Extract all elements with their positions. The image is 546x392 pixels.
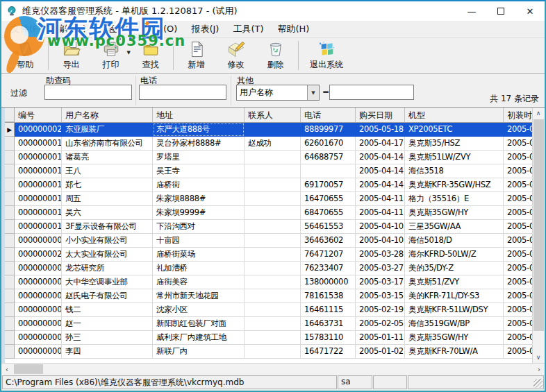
cell[interactable]: 奥克斯KFR-70LW/A: [405, 345, 504, 359]
col-header-model[interactable]: 机型: [405, 108, 504, 122]
row-marker[interactable]: [5, 317, 15, 331]
row-marker[interactable]: [5, 178, 15, 192]
cell[interactable]: XP2005ETC: [405, 123, 504, 137]
col-header-address[interactable]: 地址: [153, 108, 245, 122]
cell[interactable]: 2005-02-19: [356, 303, 405, 317]
other-value-input[interactable]: [329, 85, 414, 100]
cell[interactable]: 16463731: [301, 317, 356, 331]
cell[interactable]: 格力（35516）E: [405, 192, 504, 206]
cell[interactable]: 2005-04-17: [356, 137, 405, 151]
menu-report[interactable]: 报表(J): [184, 21, 226, 37]
cell[interactable]: 朱家坝8888#: [153, 192, 245, 206]
cell[interactable]: 东亚服装厂: [62, 123, 153, 137]
maximize-button[interactable]: [486, 1, 515, 21]
table-row[interactable]: 0000000011周五朱家坝8888#164706552005-04-11格力…: [5, 192, 532, 206]
cell[interactable]: 海信3518: [405, 164, 504, 178]
cell[interactable]: [245, 192, 301, 206]
col-header-purchase-date[interactable]: 购买日期: [356, 108, 405, 122]
table-row[interactable]: 0000000013吴六朱家坝9999#684706552005-04-11奥克…: [5, 206, 532, 220]
cell[interactable]: 2005-02-: [504, 303, 532, 317]
cell[interactable]: 88899977: [301, 123, 356, 137]
cell[interactable]: 16461115: [301, 303, 356, 317]
cell[interactable]: 2005-05-18: [356, 123, 405, 137]
cell[interactable]: 海信5018/D: [405, 234, 504, 248]
row-marker[interactable]: ▶: [5, 123, 15, 137]
cell[interactable]: 2005-01-02: [356, 345, 405, 359]
cell[interactable]: 王八: [62, 164, 153, 178]
cell[interactable]: 2005-03-27: [356, 262, 405, 275]
cell[interactable]: 孙三: [62, 331, 153, 345]
cell[interactable]: 0000000020: [15, 123, 62, 137]
table-row[interactable]: 0000000003孙三威利来厂内建筑工地157831102005-01-11奥…: [5, 331, 532, 345]
table-row[interactable]: 0000000014郑七庙桥街691700572005-04-14奥克斯KFR-…: [5, 178, 532, 192]
cell[interactable]: 太大实业有限公司: [62, 248, 153, 262]
cell[interactable]: 0000000007: [15, 262, 62, 275]
col-header-phone[interactable]: 电话: [301, 108, 356, 122]
table-row[interactable]: 0000000018诸葛亮罗塔里646887572005-04-14奥克斯51L…: [5, 151, 532, 164]
row-marker[interactable]: [5, 345, 15, 359]
vertical-scrollbar[interactable]: ∧ ∨: [532, 108, 544, 363]
cell[interactable]: 56461553: [301, 220, 356, 234]
scroll-down-icon[interactable]: ∨: [533, 352, 544, 363]
exit-button[interactable]: 退出系统: [301, 39, 351, 72]
cell[interactable]: [245, 151, 301, 164]
cell[interactable]: 新联厂内: [153, 345, 245, 359]
cell[interactable]: 2005-01-11: [356, 331, 405, 345]
row-marker[interactable]: [5, 164, 15, 178]
cell[interactable]: [245, 220, 301, 234]
cell[interactable]: 2005-03-: [504, 275, 532, 289]
edit-button[interactable]: 修改: [216, 39, 256, 72]
table-row[interactable]: ▶0000000020东亚服装厂东严大道888号888999772005-05-…: [5, 123, 532, 137]
row-marker[interactable]: [5, 275, 15, 289]
cell[interactable]: 赵氏电子有限公司: [62, 289, 153, 303]
cell[interactable]: 吴六: [62, 206, 153, 220]
cell[interactable]: 小小实业有限公司: [62, 234, 153, 248]
table-row[interactable]: 0000000007龙芯研究所礼加漕桥762334072005-03-27美的3…: [5, 262, 532, 275]
cell[interactable]: 68470655: [301, 206, 356, 220]
table-row[interactable]: 0000000004李四新联厂内164717222005-01-02奥克斯KFR…: [5, 345, 532, 359]
cell[interactable]: 0000000014: [15, 178, 62, 192]
table-row[interactable]: 0000000019山东省济南市有限公司灵台孙家村8888#赵成功6260167…: [5, 137, 532, 151]
cell[interactable]: 2005-03-: [504, 248, 532, 262]
table-row[interactable]: 0000000009小小实业有限公司十亩园364636022005-04-10海…: [5, 234, 532, 248]
row-marker[interactable]: [5, 192, 15, 206]
menu-view[interactable]: 视图(V): [93, 21, 138, 37]
cell[interactable]: 2005-04-14: [356, 151, 405, 164]
row-marker[interactable]: [5, 206, 15, 220]
cell[interactable]: [245, 178, 301, 192]
cell[interactable]: 138000000: [301, 275, 356, 289]
cell[interactable]: 郑七: [62, 178, 153, 192]
table-row[interactable]: 0000000001赵一新阳凯红包装厂对面164637312005-02-05海…: [5, 317, 532, 331]
cell[interactable]: 0000000015: [15, 164, 62, 178]
quickcode-input[interactable]: [44, 85, 132, 100]
cell[interactable]: 海信3519GW/BP: [405, 317, 504, 331]
cell[interactable]: 2005-04-10: [356, 220, 405, 234]
menu-file[interactable]: 文件(F): [4, 21, 49, 37]
cell[interactable]: 庙街美容: [153, 275, 245, 289]
cell[interactable]: 2005-04-: [504, 206, 532, 220]
cell[interactable]: [245, 289, 301, 303]
cell[interactable]: [245, 262, 301, 275]
scroll-right-icon[interactable]: ›: [533, 364, 545, 375]
cell[interactable]: 76471207: [301, 248, 356, 262]
cell[interactable]: 64688757: [301, 151, 356, 164]
delete-button[interactable]: 删除: [256, 39, 295, 72]
table-row[interactable]: 0000000006大中华空调事业部庙街美容1380000002005-03-1…: [5, 275, 532, 289]
cell[interactable]: 奥克斯KFR-51LW/DSY: [405, 303, 504, 317]
cell[interactable]: 2005-04-: [504, 164, 532, 178]
scroll-left-icon[interactable]: ‹: [1, 364, 13, 375]
cell[interactable]: 吴王寺: [153, 164, 245, 178]
cell[interactable]: 山东省济南市有限公司: [62, 137, 153, 151]
cell[interactable]: [245, 331, 301, 345]
cell[interactable]: [245, 164, 301, 178]
cell[interactable]: 下沿沟西对: [153, 220, 245, 234]
cell[interactable]: 大中华空调事业部: [62, 275, 153, 289]
cell[interactable]: [245, 303, 301, 317]
cell[interactable]: [245, 317, 301, 331]
cell[interactable]: 三星35GW/AA: [405, 220, 504, 234]
cell[interactable]: 2005-05-: [504, 123, 532, 137]
cell[interactable]: 奥克斯35/HSZ: [405, 137, 504, 151]
cell[interactable]: 0000000019: [15, 137, 62, 151]
table-row[interactable]: 0000000015王八吴王寺2005-04-14海信35182005-04-: [5, 164, 532, 178]
cell[interactable]: 奥克斯35GW/HY: [405, 206, 504, 220]
